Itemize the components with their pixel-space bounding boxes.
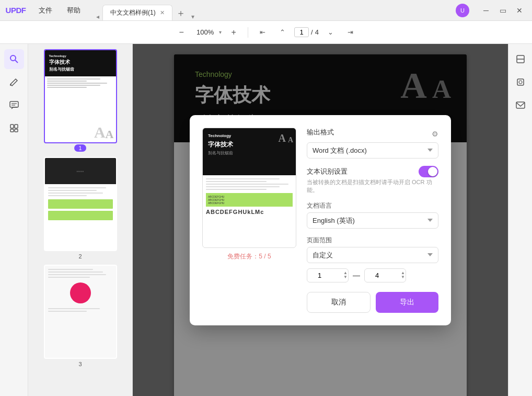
nav-first-button[interactable]: ⇤: [255, 25, 270, 40]
dialog-controls: 输出格式 ⚙ Word 文档 (.docx) PDF Excel 文本识别设置: [307, 128, 438, 313]
svg-rect-12: [517, 79, 524, 85]
range-to-spinners: ▲ ▼: [401, 268, 405, 282]
range-select[interactable]: 自定义 全部 当前页: [307, 247, 438, 263]
range-from-wrap: ▲ ▼: [307, 268, 349, 282]
svg-rect-3: [10, 101, 18, 107]
tab-close-btn[interactable]: ✕: [160, 9, 165, 16]
thumbnail-label-2: 2: [78, 253, 82, 259]
language-row: 文档语言 English (英语) 中文(简体) 中文(繁体) 日本語: [307, 201, 438, 229]
ocr-toggle[interactable]: [419, 166, 438, 177]
svg-point-13: [519, 81, 522, 84]
range-from-input[interactable]: [307, 268, 349, 282]
page-number-input[interactable]: [294, 27, 309, 37]
zoom-display: 100% ▾: [193, 28, 222, 36]
nav-prev-button[interactable]: ⌃: [274, 25, 290, 40]
logo-text: UPDF: [6, 6, 26, 15]
tabs-area: ◂ 中文文档样例(1) ✕ ＋ ▾: [88, 0, 456, 20]
thumbnails-panel: Technology 字体技术 别名与抗锯齿 A A: [28, 44, 133, 396]
minimize-button[interactable]: ─: [479, 3, 493, 18]
new-tab-button[interactable]: ＋: [174, 6, 188, 20]
menu-help[interactable]: 帮助: [60, 0, 88, 20]
lang-label: 文档语言: [307, 201, 438, 210]
zoom-out-button[interactable]: −: [174, 25, 189, 40]
right-sidebar: [508, 44, 532, 396]
svg-point-0: [10, 55, 16, 61]
preview-abc: ABCDEFGHUkLMc: [206, 209, 293, 215]
thumbnail-image-1: Technology 字体技术 别名与抗锯齿 A A: [44, 49, 117, 143]
svg-rect-6: [10, 125, 14, 128]
thumbnail-image-3: [44, 265, 117, 359]
dialog-preview-image: A A Technology 字体技术 别名与抗锯齿: [202, 128, 296, 248]
lang-select[interactable]: English (英语) 中文(简体) 中文(繁体) 日本語: [307, 212, 438, 229]
nav-next-button[interactable]: ⌄: [323, 25, 339, 40]
avatar[interactable]: U: [456, 4, 469, 17]
ocr-section: 文本识别设置 当被转换的文档是扫描文档时请手动开启 OCR 功能。: [307, 166, 438, 194]
ocr-toggle-row: 文本识别设置: [307, 166, 438, 177]
tool-mail[interactable]: [511, 95, 530, 115]
dialog-overlay: A A Technology 字体技术 别名与抗锯齿: [133, 44, 508, 396]
tool-search[interactable]: [4, 49, 24, 69]
svg-rect-14: [516, 102, 525, 108]
format-section-title: 输出格式: [307, 128, 334, 137]
thumbnail-label-3: 3: [78, 361, 82, 367]
svg-line-1: [15, 60, 18, 63]
range-label: 页面范围: [307, 236, 438, 245]
export-dialog: A A Technology 字体技术 别名与抗锯齿: [190, 115, 451, 325]
export-button[interactable]: 导出: [376, 292, 438, 313]
thumbnail-1[interactable]: Technology 字体技术 别名与抗锯齿 A A: [39, 49, 122, 152]
tab-document[interactable]: 中文文档样例(1) ✕: [102, 5, 172, 20]
svg-rect-9: [15, 129, 18, 132]
svg-rect-8: [10, 129, 14, 132]
range-dash: —: [353, 271, 360, 279]
tab-label: 中文文档样例(1): [110, 8, 156, 17]
ocr-label: 文本识别设置: [307, 167, 348, 176]
toolbar: − 100% ▾ + ⇤ ⌃ / 4 ⌄ ⇥: [0, 21, 532, 44]
close-button[interactable]: ✕: [512, 3, 527, 18]
thumbnail-3[interactable]: 3: [39, 265, 122, 367]
range-from-spinners: ▲ ▼: [343, 268, 348, 282]
left-sidebar: [0, 44, 28, 396]
zoom-dropdown-icon[interactable]: ▾: [219, 29, 222, 35]
zoom-percent: 100%: [193, 28, 217, 36]
thumbnail-image-2: ▪▪▪▪▪: [44, 157, 117, 251]
main-layout: Technology 字体技术 别名与抗锯齿 A A: [0, 44, 532, 396]
tool-scan[interactable]: [511, 49, 530, 69]
maximize-button[interactable]: ▭: [495, 3, 510, 18]
zoom-in-icon: +: [231, 28, 236, 37]
tool-edit[interactable]: [4, 72, 24, 92]
page-sep: /: [311, 28, 313, 36]
svg-rect-7: [15, 125, 18, 128]
format-row: 输出格式 ⚙ Word 文档 (.docx) PDF Excel: [307, 128, 438, 159]
toggle-knob: [428, 167, 437, 176]
thumbnail-2[interactable]: ▪▪▪▪▪ 2: [39, 157, 122, 259]
range-from-down[interactable]: ▼: [343, 275, 348, 279]
tool-ai[interactable]: [511, 72, 530, 92]
nav-last-button[interactable]: ⇥: [343, 25, 358, 40]
page-navigation: / 4: [294, 27, 319, 37]
dialog-preview-panel: A A Technology 字体技术 别名与抗锯齿: [202, 128, 296, 313]
format-select[interactable]: Word 文档 (.docx) PDF Excel: [307, 142, 438, 159]
range-to-input[interactable]: [364, 268, 406, 282]
zoom-in-button[interactable]: +: [226, 25, 241, 40]
app-logo: UPDF: [0, 6, 31, 15]
page-range-row: 页面范围 自定义 全部 当前页 ▲ ▼: [307, 236, 438, 282]
page-total: 4: [315, 28, 319, 36]
tool-organize[interactable]: [4, 118, 24, 138]
tool-comment[interactable]: [4, 95, 24, 115]
dialog-actions: 取消 导出: [307, 292, 438, 313]
tab-back-arrow[interactable]: ◂: [93, 13, 102, 20]
cancel-button[interactable]: 取消: [307, 292, 371, 313]
page-range-inputs: ▲ ▼ — ▲ ▼: [307, 268, 438, 282]
ocr-hint: 当被转换的文档是扫描文档时请手动开启 OCR 功能。: [307, 178, 438, 194]
range-to-wrap: ▲ ▼: [364, 268, 406, 282]
zoom-out-icon: −: [179, 28, 183, 37]
titlebar: UPDF 文件 帮助 ◂ 中文文档样例(1) ✕ ＋ ▾ U ─ ▭ ✕: [0, 0, 532, 21]
content-area: A A Technology 字体技术 别名与抗锯齿 只要快速浏览一下即可意识到…: [133, 44, 508, 396]
range-to-down[interactable]: ▼: [401, 275, 405, 279]
tab-forward-arrow[interactable]: ▾: [188, 13, 198, 20]
thumbnail-num-1: 1: [74, 144, 86, 152]
menu-file[interactable]: 文件: [31, 0, 60, 20]
gear-icon[interactable]: ⚙: [432, 130, 438, 138]
format-header: 输出格式 ⚙: [307, 128, 438, 140]
window-controls: ─ ▭ ✕: [473, 3, 532, 18]
